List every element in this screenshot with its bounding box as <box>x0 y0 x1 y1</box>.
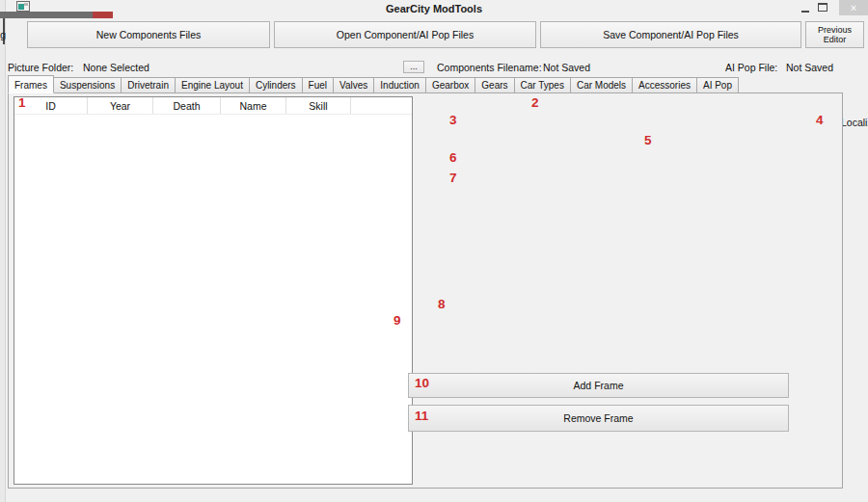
frames-table-header: ID Year Death Name Skill <box>14 97 412 115</box>
column-header-year[interactable]: Year <box>88 97 153 114</box>
minimize-icon <box>801 11 809 13</box>
annotation-3: 3 <box>449 113 457 127</box>
annotation-6: 6 <box>449 150 457 165</box>
annotation-2: 2 <box>531 95 539 110</box>
remove-frame-button[interactable]: Remove Frame <box>408 405 789 432</box>
column-header-death[interactable]: Death <box>153 97 221 114</box>
components-filename-label: Components Filename: <box>437 62 542 73</box>
maximize-button[interactable] <box>818 3 828 13</box>
save-component-files-button[interactable]: Save Component/AI Pop Files <box>540 21 801 48</box>
components-filename-value: Not Saved <box>543 62 590 73</box>
column-header-name[interactable]: Name <box>221 97 286 114</box>
title-bar: GearCity ModTools × <box>0 0 868 17</box>
screen: g GearCity ModTools × New Components Fil… <box>0 0 868 502</box>
tab-fuel[interactable]: Fuel <box>302 77 334 93</box>
tab-gearbox[interactable]: Gearbox <box>425 77 475 93</box>
name-localized-label: Localized <box>841 117 868 128</box>
tab-bar: Frames Suspensions Drivetrain Engine Lay… <box>8 76 738 93</box>
annotation-10: 10 <box>415 376 429 390</box>
new-components-files-button[interactable]: New Components Files <box>27 21 270 48</box>
annotation-1: 1 <box>18 95 26 110</box>
tab-frames[interactable]: Frames <box>8 75 54 93</box>
tab-drivetrain[interactable]: Drivetrain <box>121 77 176 93</box>
tab-accessories[interactable]: Accessories <box>632 77 697 93</box>
picture-folder-label: Picture Folder: <box>8 62 73 73</box>
annotation-9: 9 <box>393 313 401 328</box>
tab-engine-layout[interactable]: Engine Layout <box>175 77 250 93</box>
close-icon: × <box>851 2 856 13</box>
tab-induction[interactable]: Induction <box>373 77 426 93</box>
annotation-5: 5 <box>644 133 652 147</box>
background-window-icon <box>16 1 30 12</box>
background-progress-bar <box>0 12 113 18</box>
maximize-icon <box>818 3 827 12</box>
tab-car-types[interactable]: Car Types <box>514 77 571 93</box>
open-component-files-button[interactable]: Open Component/AI Pop Files <box>274 21 536 48</box>
background-progress-bar-segment <box>93 12 113 18</box>
window-title: GearCity ModTools <box>0 3 868 14</box>
annotation-7: 7 <box>449 171 457 185</box>
tab-valves[interactable]: Valves <box>333 77 374 93</box>
tab-ai-pop[interactable]: AI Pop <box>696 77 739 93</box>
ai-pop-file-label: AI Pop File: <box>725 62 777 73</box>
tab-car-models[interactable]: Car Models <box>570 77 633 93</box>
tab-gears[interactable]: Gears <box>475 77 514 93</box>
background-window-fragment: g <box>0 29 6 40</box>
add-frame-button[interactable]: Add Frame <box>408 373 789 398</box>
close-button[interactable]: × <box>839 0 868 15</box>
annotation-11: 11 <box>415 409 428 423</box>
tab-suspensions[interactable]: Suspensions <box>53 77 122 93</box>
browse-button[interactable]: ... <box>403 61 424 73</box>
annotation-8: 8 <box>438 297 446 311</box>
frames-table[interactable]: ID Year Death Name Skill <box>14 96 413 485</box>
minimize-button[interactable] <box>800 4 811 13</box>
column-header-extra[interactable] <box>351 97 412 114</box>
ai-pop-file-value: Not Saved <box>786 62 833 73</box>
previous-editor-button[interactable]: Previous Editor <box>805 21 864 48</box>
picture-folder-value: None Selected <box>83 62 149 73</box>
annotation-4: 4 <box>816 113 824 127</box>
column-header-skill[interactable]: Skill <box>286 97 351 114</box>
tab-cylinders[interactable]: Cylinders <box>249 77 303 93</box>
